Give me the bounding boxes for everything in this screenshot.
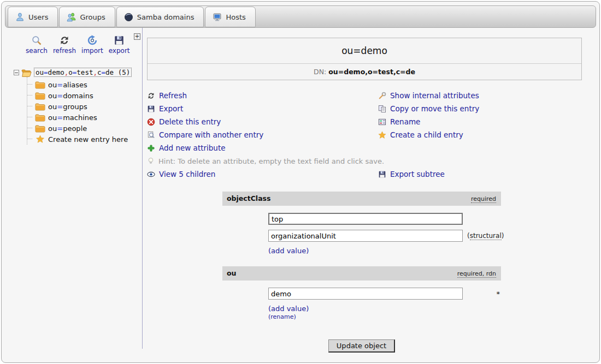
folder-icon — [35, 102, 45, 111]
ldap-tree: ou=demo,o=test,c=de (5) ou=aliases ou=do… — [14, 68, 142, 145]
collapse-icon[interactable] — [14, 70, 19, 75]
tree-root-label[interactable]: ou=demo,o=test,c=de (5) — [34, 68, 132, 77]
tab-bar: Users Groups Samba domains Hosts — [5, 5, 596, 28]
search-icon — [31, 35, 42, 46]
tree-entry-ou-aliases[interactable]: ou=aliases — [27, 79, 142, 90]
add-new-attribute-link[interactable]: Add new attribute — [147, 141, 378, 154]
folder-icon — [35, 91, 45, 100]
search-button[interactable]: search — [26, 35, 48, 55]
refresh-link[interactable]: Refresh — [147, 89, 378, 102]
entry-dn-row: DN: ou=demo,o=test,c=de — [148, 63, 581, 80]
entry-title: ou=demo — [148, 38, 581, 63]
sidebar: search refresh import export + — [2, 28, 143, 349]
tree-entry-ou-groups[interactable]: ou=groups — [27, 101, 142, 112]
folder-open-icon — [21, 68, 32, 77]
tab-label: Samba domains — [137, 13, 195, 21]
create-new-entry-link[interactable]: Create new entry here — [27, 134, 142, 145]
required-asterisk: * — [463, 290, 500, 298]
update-object-button[interactable]: Update object — [328, 339, 395, 353]
expand-tree-button[interactable]: + — [134, 33, 140, 40]
plus-icon — [147, 144, 155, 152]
objectClass-value-input[interactable] — [268, 213, 463, 225]
sidebar-toolbar: search refresh import export — [26, 35, 142, 55]
folder-icon — [35, 124, 45, 133]
app-window: Users Groups Samba domains Hosts search — [1, 1, 600, 363]
main-panel: ou=demo DN: ou=demo,o=test,c=de Refresh … — [143, 28, 599, 363]
refresh-button[interactable]: refresh — [53, 35, 76, 55]
folder-icon — [35, 113, 45, 122]
show-internal-attributes-link[interactable]: Show internal attributes — [378, 89, 582, 102]
star-icon — [378, 131, 386, 139]
monitor-icon — [213, 13, 222, 22]
folder-icon — [35, 80, 45, 89]
attribute-name: objectClass — [227, 194, 270, 202]
add-value-link[interactable]: (add value) — [268, 247, 309, 255]
floppy-icon — [114, 35, 125, 46]
attribute-link-row: (add value) — [268, 247, 501, 255]
tree-entry-ou-domains[interactable]: ou=domains — [27, 90, 142, 101]
export-link[interactable]: Export — [147, 102, 378, 115]
tab-label: Groups — [80, 13, 105, 21]
export-button[interactable]: export — [109, 35, 130, 55]
attribute-value-row: * — [222, 288, 501, 300]
rename-icon — [378, 118, 386, 126]
tab-users[interactable]: Users — [8, 7, 58, 27]
toolbar-label: import — [81, 47, 103, 55]
attribute-table: objectClassrequired(structural)(add valu… — [222, 192, 501, 322]
tree-entry-ou-people[interactable]: ou=people — [27, 123, 142, 134]
attribute-link-row: (rename) — [268, 313, 501, 320]
tab-label: Users — [28, 13, 48, 21]
ou-value-input[interactable] — [268, 288, 463, 300]
tree-children: ou=aliases ou=domains ou=groups ou=machi… — [27, 77, 142, 145]
attribute-header-objectClass: objectClassrequired — [222, 192, 501, 206]
copy-or-move-this-entry-link[interactable]: Copy or move this entry — [378, 102, 582, 115]
toolbar-label: export — [109, 47, 130, 55]
add-value-link[interactable]: (add value) — [268, 305, 309, 313]
tab-groups[interactable]: Groups — [59, 7, 115, 27]
delete-this-entry-link[interactable]: Delete this entry — [147, 115, 378, 128]
attribute-flags: required, rdn — [457, 270, 496, 278]
group-icon — [67, 13, 76, 22]
actions-right-column: Show internal attributes Copy or move th… — [378, 89, 582, 154]
refresh-icon — [147, 92, 155, 100]
compare-with-another-entry-link[interactable]: Compare with another entry — [147, 128, 378, 141]
structural-note: (structural) — [467, 232, 504, 240]
toolbar-label: search — [26, 47, 48, 55]
hint-text: Hint: To delete an attribute, empty the … — [158, 157, 384, 165]
tab-label: Hosts — [226, 13, 245, 21]
view-children-link[interactable]: View 5 children — [147, 168, 378, 181]
dn-value: ou=demo,o=test,c=de — [328, 68, 415, 76]
actions-left-column: Refresh Export Delete this entry Compare… — [147, 89, 378, 154]
globe-icon — [124, 13, 133, 22]
dn-label: DN: — [314, 68, 326, 76]
attribute-flags: required — [471, 195, 496, 203]
eye-icon — [147, 170, 155, 178]
delete-icon — [147, 118, 155, 126]
rename-link[interactable]: (rename) — [268, 313, 296, 320]
rename-link[interactable]: Rename — [378, 115, 582, 128]
import-icon — [87, 35, 98, 46]
attribute-header-ou: ourequired, rdn — [222, 266, 501, 281]
import-button[interactable]: import — [81, 35, 103, 55]
attribute-link-row: (add value) — [268, 305, 501, 313]
user-icon — [15, 13, 25, 22]
attribute-value-row: (structural) — [222, 230, 501, 242]
export-subtree-link[interactable]: Export subtree — [378, 168, 582, 181]
toolbar-label: refresh — [53, 47, 76, 55]
copy-icon — [378, 105, 386, 113]
floppy-icon — [147, 105, 155, 113]
attribute-value-row — [222, 213, 501, 225]
tab-hosts[interactable]: Hosts — [205, 7, 255, 27]
refresh-icon — [59, 35, 70, 46]
attribute-name: ou — [227, 269, 237, 277]
star-icon — [35, 135, 45, 144]
entry-header: ou=demo DN: ou=demo,o=test,c=de — [147, 38, 582, 80]
tree-entry-ou-machines[interactable]: ou=machines — [27, 112, 142, 123]
tree-root-entry[interactable]: ou=demo,o=test,c=de (5) — [14, 68, 142, 77]
hint-row: Hint: To delete an attribute, empty the … — [147, 154, 582, 168]
tab-samba-domains[interactable]: Samba domains — [116, 7, 204, 27]
floppy-icon — [378, 170, 386, 178]
create-a-child-entry-link[interactable]: Create a child entry — [378, 128, 582, 141]
wrench-icon — [378, 92, 386, 100]
objectClass-value-input[interactable] — [268, 230, 463, 242]
